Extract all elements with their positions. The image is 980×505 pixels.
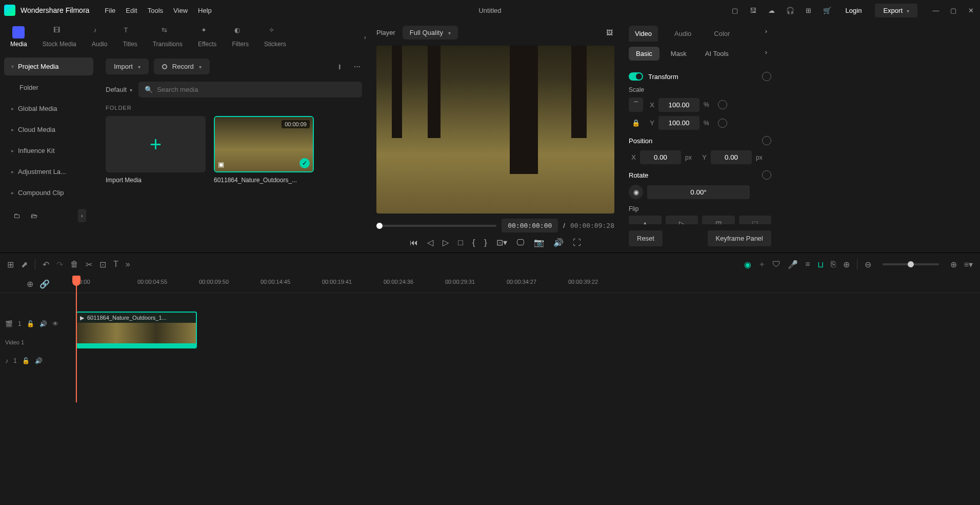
tab-transitions[interactable]: ⇆ Transitions — [153, 26, 183, 48]
play-icon[interactable]: ▷ — [443, 238, 449, 247]
mixer-icon[interactable]: ≡ — [805, 260, 810, 269]
filter-icon[interactable]: ⫿ — [334, 62, 345, 72]
sidebar-item-influence-kit[interactable]: ▸ Influence Kit — [4, 142, 93, 160]
text-icon[interactable]: T — [113, 260, 118, 269]
subtab-basic[interactable]: Basic — [629, 47, 659, 61]
rotate-input[interactable] — [647, 185, 750, 199]
flip-vertical-button[interactable]: ▷ — [666, 216, 698, 224]
keyframe-panel-button[interactable]: Keyframe Panel — [708, 230, 772, 246]
mark-out-icon[interactable]: } — [484, 238, 487, 247]
undo-icon[interactable]: ↶ — [43, 260, 49, 269]
sort-dropdown[interactable]: Default — [106, 86, 132, 93]
transform-toggle[interactable] — [629, 72, 643, 81]
record-dropdown[interactable]: Record — [154, 59, 210, 74]
scale-y-input[interactable] — [658, 116, 699, 130]
zoom-out-icon[interactable]: ⊖ — [865, 260, 871, 269]
link-icon[interactable]: ⎘ — [831, 260, 836, 269]
new-folder-icon[interactable]: 🗀 — [11, 210, 22, 221]
player-viewport[interactable] — [376, 46, 614, 213]
apps-icon[interactable]: ⊞ — [804, 5, 814, 15]
close-icon[interactable]: ✕ — [966, 5, 976, 15]
new-bin-icon[interactable]: 🗁 — [29, 210, 39, 221]
stop-icon[interactable]: □ — [458, 238, 463, 247]
cut-icon[interactable]: ✂ — [86, 260, 92, 269]
subtab-mask[interactable]: Mask — [664, 47, 694, 61]
volume-icon[interactable]: 🔊 — [553, 238, 564, 247]
import-dropdown[interactable]: Import — [106, 59, 149, 74]
pos-x-input[interactable] — [640, 150, 681, 164]
flip-horizontal-button[interactable]: ▲ — [629, 216, 662, 224]
headset-icon[interactable]: 🎧 — [785, 5, 795, 15]
login-button[interactable]: Login — [841, 5, 867, 16]
flip-both-button[interactable]: ◫ — [702, 216, 735, 224]
crop-icon[interactable]: ⊡ — [99, 260, 106, 269]
tab-titles[interactable]: T Titles — [123, 26, 137, 48]
quality-dropdown[interactable]: Full Quality — [403, 26, 458, 40]
import-media-card[interactable]: + Import Media — [106, 116, 206, 184]
save-icon[interactable]: 🖫 — [748, 5, 758, 15]
tab-media[interactable]: Media — [10, 26, 27, 48]
media-clip-card[interactable]: 00:00:09 ▣ ✓ 6011864_Nature_Outdoors_... — [214, 116, 314, 184]
sidebar-item-project-media[interactable]: ▾ Project Media — [4, 57, 93, 75]
tab-filters[interactable]: ◐ Filters — [232, 26, 249, 48]
ratio-icon[interactable]: ⊡▾ — [496, 238, 507, 247]
rotate-dial-icon[interactable]: ◉ — [629, 185, 643, 199]
scroll-right-icon[interactable]: › — [761, 26, 771, 36]
maximize-icon[interactable]: ▢ — [948, 5, 958, 15]
scrub-slider[interactable] — [376, 225, 496, 227]
link-icon[interactable]: 🔒 — [629, 119, 643, 127]
track-view-icon[interactable]: ≡▾ — [964, 260, 973, 269]
tab-audio[interactable]: ♪ Audio — [92, 26, 108, 48]
video-track-header[interactable]: 🎬 1 🔓 🔊 👁 — [0, 312, 75, 336]
redo-icon[interactable]: ↷ — [56, 260, 63, 269]
menu-view[interactable]: View — [173, 7, 188, 14]
cloud-icon[interactable]: ☁ — [767, 5, 777, 15]
props-tab-audio[interactable]: Audio — [668, 26, 697, 42]
auto-icon[interactable]: ✦ — [758, 260, 765, 269]
fullscreen-icon[interactable]: ⛶ — [573, 238, 581, 247]
search-box[interactable]: 🔍 — [138, 82, 362, 98]
mute-icon[interactable]: 🔊 — [35, 357, 43, 364]
timeline-ruler[interactable]: 00:00 00:00:04:55 00:00:09:50 00:00:14:4… — [76, 276, 980, 293]
audio-track-header[interactable]: ♪ 1 🔓 🔊 — [0, 348, 75, 373]
collapse-sidebar-icon[interactable]: ‹ — [78, 209, 86, 222]
sidebar-item-cloud-media[interactable]: ▸ Cloud Media — [4, 121, 93, 139]
minimize-icon[interactable]: — — [931, 5, 941, 15]
select-tool-icon[interactable]: ⬈ — [21, 260, 28, 269]
snapshot-icon[interactable]: 🖼 — [604, 28, 614, 38]
reset-icon[interactable] — [762, 72, 771, 81]
menu-tools[interactable]: Tools — [148, 7, 163, 14]
mute-icon[interactable]: 🔊 — [39, 320, 47, 327]
pos-y-input[interactable] — [711, 150, 752, 164]
flip-reset-button[interactable]: ⬚ — [739, 216, 772, 224]
tab-stock-media[interactable]: 🎞 Stock Media — [43, 26, 76, 48]
sidebar-item-global-media[interactable]: ▸ Global Media — [4, 100, 93, 118]
add-track-icon[interactable]: ⊕ — [843, 260, 850, 269]
layout-icon[interactable]: ▢ — [730, 5, 740, 15]
zoom-in-icon[interactable]: ⊕ — [950, 260, 957, 269]
menu-edit[interactable]: Edit — [126, 7, 137, 14]
camera-icon[interactable]: 📷 — [534, 238, 544, 247]
more-tools-icon[interactable]: » — [126, 260, 130, 269]
magnet-icon[interactable]: ⊔ — [817, 260, 824, 269]
sidebar-item-adjustment-layer[interactable]: ▸ Adjustment La... — [4, 163, 93, 181]
reset-icon[interactable] — [718, 100, 727, 109]
lock-icon[interactable]: 🔓 — [22, 357, 30, 364]
subtab-ai-tools[interactable]: AI Tools — [698, 47, 736, 61]
track-link-icon[interactable]: 🔗 — [39, 279, 50, 289]
sidebar-item-folder[interactable]: Folder — [4, 79, 93, 96]
track-add-icon[interactable]: ⊕ — [27, 279, 33, 289]
cart-icon[interactable]: 🛒 — [822, 5, 832, 15]
delete-icon[interactable]: 🗑 — [70, 260, 78, 269]
tab-effects[interactable]: ✦ Effects — [198, 26, 216, 48]
reset-icon[interactable] — [762, 136, 771, 145]
props-tab-video[interactable]: Video — [629, 26, 658, 42]
play-backward-icon[interactable]: ◁ — [427, 238, 433, 247]
tab-stickers[interactable]: ✧ Stickers — [264, 26, 286, 48]
current-time[interactable]: 00:00:00:00 — [502, 219, 558, 232]
timeline-clip[interactable]: ▶ 6011864_Nature_Outdoors_1... — [76, 312, 197, 348]
mark-in-icon[interactable]: { — [472, 238, 475, 247]
zoom-slider[interactable] — [883, 263, 939, 265]
menu-file[interactable]: File — [105, 7, 115, 14]
scale-x-input[interactable] — [658, 98, 699, 112]
